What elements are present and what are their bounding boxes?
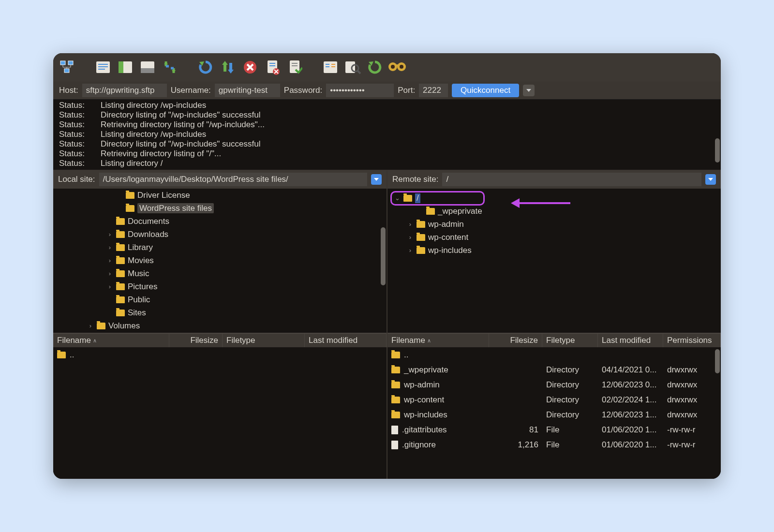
tree-item[interactable]: ›wp-includes [387,244,721,257]
tree-item[interactable]: Driver License [53,189,387,202]
folder-icon [97,323,105,329]
list-item[interactable]: .gitignore1,216File01/06/2020 1...-rw-rw… [387,437,721,452]
scrollbar[interactable] [381,227,386,285]
toggle-queue-icon[interactable] [137,57,158,77]
tree-item[interactable]: ›Downloads [53,228,387,241]
reconnect-icon[interactable] [195,57,216,77]
quickconnect-button[interactable]: Quickconnect [452,84,519,97]
log-line: Status:Listing directory / [59,159,715,168]
compare-icon[interactable] [218,57,238,77]
expand-icon[interactable]: › [106,244,113,251]
svg-rect-22 [326,64,329,65]
list-item[interactable]: wp-includesDirectory12/06/2023 1...drwxr… [387,407,721,422]
folder-icon [116,270,125,277]
list-item[interactable]: .gitattributes81File01/06/2020 1...-rw-r… [387,422,721,437]
search-icon[interactable] [342,57,363,77]
expand-icon[interactable]: ⌄ [394,194,401,202]
toggle-tree-icon[interactable] [115,57,135,77]
sitemanager-icon[interactable] [57,57,77,77]
toggle-log-icon[interactable] [93,57,113,77]
col-filetype[interactable]: Filetype [223,334,305,347]
svg-point-31 [400,65,403,69]
svg-rect-12 [229,63,232,70]
local-tree[interactable]: Driver LicenseWordPress site filesDocume… [53,189,387,333]
col-filename[interactable]: Filename∧ [53,334,169,347]
sync-browse-icon[interactable] [365,57,385,77]
tree-item-label: WordPress site files [137,204,214,213]
list-item[interactable]: wp-adminDirectory12/06/2023 0...drwxrwx [387,377,721,392]
remote-path-dropdown[interactable] [705,174,716,185]
folder-icon [426,208,435,215]
remote-path-input[interactable] [442,173,701,186]
tree-item[interactable]: ›wp-admin [387,218,721,231]
scrollbar[interactable] [715,138,720,163]
tree-item-label: Downloads [128,230,168,239]
remote-site-label: Remote site: [392,175,438,184]
port-input[interactable] [419,84,448,97]
col-modified[interactable]: Last modified [598,334,663,347]
expand-icon[interactable]: › [106,231,113,238]
expand-icon[interactable]: › [106,283,113,290]
col-modified[interactable]: Last modified [305,334,387,347]
local-path-input[interactable] [99,173,367,186]
tree-item[interactable]: Public [53,293,387,306]
expand-icon[interactable]: › [407,247,414,254]
folder-icon [126,192,134,199]
folder-icon [417,247,425,254]
tree-item[interactable]: Sites [53,306,387,319]
folder-icon [417,234,425,241]
expand-icon[interactable]: › [106,257,113,264]
filter-icon[interactable] [320,57,341,77]
tree-item[interactable]: ›Movies [53,254,387,267]
tree-item[interactable]: Documents [53,215,387,228]
tree-item[interactable]: ›Pictures [53,280,387,293]
expand-icon[interactable]: › [407,221,414,228]
remote-file-list[interactable]: .._wpeprivateDirectory04/14/2021 0...drw… [387,347,721,479]
message-log[interactable]: Status:Listing directory /wp-includesSta… [53,100,721,170]
list-item[interactable]: .. [387,347,721,362]
svg-rect-15 [269,63,275,64]
local-file-list[interactable]: .. [53,347,387,479]
expand-icon[interactable]: › [106,270,113,277]
folder-icon [391,367,400,373]
tree-item[interactable]: WordPress site files [53,202,387,215]
list-item[interactable]: wp-contentDirectory02/02/2024 1...drwxrw… [387,392,721,407]
cancel-icon[interactable] [240,57,260,77]
expand-icon[interactable]: › [407,234,414,241]
disconnect-icon[interactable] [262,57,283,77]
log-line: Status:Directory listing of "/wp-include… [59,139,715,149]
tree-item-label: wp-includes [428,246,472,255]
annotation-arrow [511,198,570,208]
folder-icon [391,352,400,358]
local-path-dropdown[interactable] [371,174,382,185]
expand-icon[interactable]: › [87,322,94,329]
find-icon[interactable] [387,57,407,77]
host-input[interactable] [82,84,167,97]
quickconnect-dropdown[interactable] [523,85,535,96]
tree-item-label[interactable]: / [415,193,420,203]
svg-rect-11 [223,65,226,72]
col-filesize[interactable]: Filesize [169,334,223,347]
refresh-icon[interactable] [160,57,180,77]
svg-rect-16 [269,65,275,66]
username-input[interactable] [215,84,280,97]
folder-icon [391,412,400,418]
col-filetype[interactable]: Filetype [542,334,598,347]
tree-item[interactable]: ›Music [53,267,387,280]
list-item[interactable]: _wpeprivateDirectory04/14/2021 0...drwxr… [387,362,721,377]
tree-item[interactable]: ›Library [53,241,387,254]
list-item[interactable]: .. [53,347,387,362]
password-input[interactable] [326,84,394,97]
col-permissions[interactable]: Permissions [663,334,721,347]
tree-item-label: Volumes [108,321,140,331]
tree-item[interactable]: ›wp-content [387,231,721,244]
col-filename[interactable]: Filename∧ [387,334,489,347]
tree-item[interactable]: ›Volumes [53,319,387,332]
remote-tree[interactable]: ⌄ / _wpeprivate›wp-admin›wp-content›wp-i… [387,189,721,333]
folder-icon [403,195,412,202]
tree-item[interactable]: bin [53,332,387,333]
svg-rect-4 [98,64,108,65]
scrollbar[interactable] [715,349,720,373]
process-queue-icon[interactable] [284,57,305,77]
col-filesize[interactable]: Filesize [489,334,542,347]
